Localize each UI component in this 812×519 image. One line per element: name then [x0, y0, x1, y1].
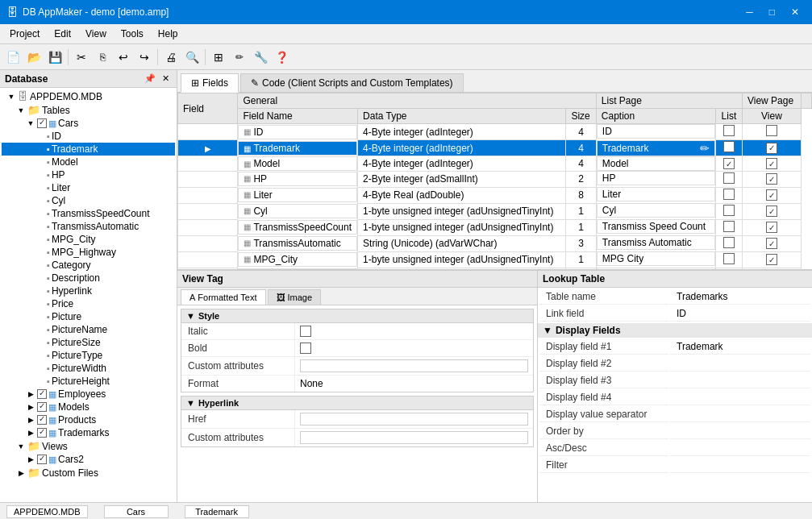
edit-icon[interactable]: ✏: [700, 142, 710, 155]
menu-help[interactable]: Help: [152, 26, 185, 42]
tab-formatted-text[interactable]: A Formatted Text: [181, 289, 266, 305]
tree-expand-root[interactable]: ▼: [6, 92, 16, 102]
list-checkbox[interactable]: [723, 189, 735, 200]
toolbar-search[interactable]: 🔍: [182, 48, 202, 67]
tree-field-id[interactable]: ▪ ID: [2, 130, 175, 143]
tree-field-pictureheight[interactable]: ▪ PictureHeight: [2, 375, 175, 388]
display-fields-collapse[interactable]: ▼: [543, 325, 552, 336]
list-checkbox[interactable]: [723, 172, 735, 184]
tree-employees[interactable]: ▶ ▦ Employees: [2, 388, 175, 401]
tree-check-trademarks[interactable]: [37, 428, 47, 438]
list-checkbox[interactable]: ✓: [723, 158, 735, 169]
tree-field-cyl[interactable]: ▪ Cyl: [2, 194, 175, 207]
db-panel-close[interactable]: ✕: [160, 73, 172, 85]
list-cell[interactable]: [715, 124, 742, 140]
href-input[interactable]: [300, 413, 528, 426]
table-row[interactable]: ▦Model4-Byte integer (adInteger)4Model✓✓: [178, 156, 812, 172]
italic-checkbox[interactable]: [300, 326, 311, 337]
list-cell[interactable]: [715, 187, 742, 203]
list-cell[interactable]: [715, 219, 742, 235]
tree-field-mpghighway[interactable]: ▪ MPG_Highway: [2, 246, 175, 259]
toolbar-redo[interactable]: ↪: [135, 48, 154, 67]
view-checkbox[interactable]: [766, 125, 777, 136]
list-checkbox[interactable]: [723, 253, 735, 264]
menu-view[interactable]: View: [79, 26, 113, 42]
list-cell[interactable]: [715, 235, 742, 251]
tree-field-hp[interactable]: ▪ HP: [2, 168, 175, 181]
tree-field-description[interactable]: ▪ Description: [2, 272, 175, 284]
view-checkbox[interactable]: ✓: [766, 173, 777, 185]
toolbar-help[interactable]: ❓: [272, 48, 291, 67]
view-checkbox[interactable]: ✓: [766, 254, 777, 265]
tree-cars2[interactable]: ▶ ▦ Cars2: [2, 453, 175, 466]
list-checkbox[interactable]: [723, 205, 735, 216]
maximize-button[interactable]: □: [763, 5, 781, 19]
view-cell[interactable]: ✓: [742, 171, 801, 187]
tree-field-mpgcity[interactable]: ▪ MPG_City: [2, 233, 175, 246]
tree-check-employees[interactable]: [37, 389, 47, 399]
href-value[interactable]: [294, 410, 533, 428]
list-cell[interactable]: [715, 203, 742, 219]
tree-tables[interactable]: ▼ 📁 Tables: [2, 103, 175, 117]
tab-image[interactable]: 🖼 Image: [268, 289, 322, 305]
list-cell[interactable]: ✓: [715, 156, 742, 172]
toolbar-save[interactable]: 💾: [45, 48, 65, 67]
view-checkbox[interactable]: ✓: [766, 189, 777, 201]
list-cell[interactable]: [715, 140, 742, 156]
table-row[interactable]: ▦TransmissAutomaticString (Unicode) (adV…: [178, 235, 812, 251]
view-checkbox[interactable]: ✓: [766, 238, 777, 249]
hyperlink-custom-attrs-value[interactable]: [294, 429, 533, 446]
view-checkbox[interactable]: ✓: [766, 206, 777, 217]
view-cell[interactable]: [742, 124, 801, 140]
tree-expand-views[interactable]: ▼: [16, 442, 26, 451]
toolbar-new[interactable]: 📄: [3, 48, 23, 67]
list-checkbox[interactable]: [723, 125, 735, 136]
toolbar-edit[interactable]: ✏: [230, 48, 249, 67]
hyperlink-custom-attrs-input[interactable]: [300, 431, 528, 444]
menu-project[interactable]: Project: [3, 26, 46, 42]
list-checkbox[interactable]: [723, 221, 735, 232]
menu-tools[interactable]: Tools: [115, 26, 150, 42]
tree-check-models[interactable]: [37, 402, 47, 412]
tree-expand-trademarks[interactable]: ▶: [26, 428, 35, 438]
tree-products[interactable]: ▶ ▦ Products: [2, 413, 175, 426]
tab-fields[interactable]: ⊞ Fields: [181, 73, 239, 93]
view-checkbox[interactable]: ✓: [766, 143, 777, 154]
tree-field-picturename[interactable]: ▪ PictureName: [2, 323, 175, 336]
style-custom-attrs-input[interactable]: [300, 359, 528, 372]
bold-checkbox[interactable]: [300, 343, 311, 354]
tree-field-liter[interactable]: ▪ Liter: [2, 181, 175, 194]
view-checkbox[interactable]: ✓: [766, 158, 777, 169]
menu-edit[interactable]: Edit: [48, 26, 77, 42]
table-row[interactable]: ▦MPG_City1-byte unsigned integer (adUnsi…: [178, 251, 812, 268]
toolbar-cut[interactable]: ✂: [72, 48, 91, 67]
tree-field-category[interactable]: ▪ Category: [2, 259, 175, 272]
toolbar-table[interactable]: ⊞: [209, 48, 228, 67]
tab-code[interactable]: ✎ Code (Client Scripts and Custom Templa…: [240, 73, 464, 92]
hyperlink-collapse-icon[interactable]: ▼: [186, 398, 195, 408]
style-collapse-icon[interactable]: ▼: [186, 311, 195, 321]
tree-cars[interactable]: ▼ ▦ Cars: [2, 117, 175, 130]
table-row[interactable]: ▦Liter4-Byte Real (adDouble)8Liter✓: [178, 187, 812, 203]
view-cell[interactable]: ✓: [742, 187, 801, 203]
tree-field-hyperlink[interactable]: ▪ Hyperlink: [2, 284, 175, 297]
table-row[interactable]: ▶▦Trademark4-Byte integer (adInteger)4Tr…: [178, 140, 812, 156]
toolbar-undo[interactable]: ↩: [114, 48, 133, 67]
toolbar-copy[interactable]: ⎘: [93, 48, 112, 67]
toolbar-open[interactable]: 📂: [24, 48, 44, 67]
tree-expand-cars[interactable]: ▼: [26, 118, 35, 128]
tree-expand-products[interactable]: ▶: [26, 415, 35, 425]
list-cell[interactable]: [715, 251, 742, 268]
style-custom-attrs-value[interactable]: [294, 357, 533, 375]
toolbar-print[interactable]: 🖨: [161, 48, 181, 67]
tree-check-cars[interactable]: [37, 118, 47, 128]
tree-field-transmissautomatic[interactable]: ▪ TransmissAutomatic: [2, 220, 175, 233]
tree-field-price[interactable]: ▪ Price: [2, 297, 175, 310]
view-cell[interactable]: ✓: [742, 251, 801, 268]
tree-expand-models[interactable]: ▶: [26, 402, 35, 412]
list-cell[interactable]: [715, 171, 742, 187]
view-cell[interactable]: ✓: [742, 140, 801, 156]
tree-expand-employees[interactable]: ▶: [26, 389, 35, 399]
tree-field-picturetype[interactable]: ▪ PictureType: [2, 349, 175, 362]
close-button[interactable]: ✕: [785, 5, 806, 19]
